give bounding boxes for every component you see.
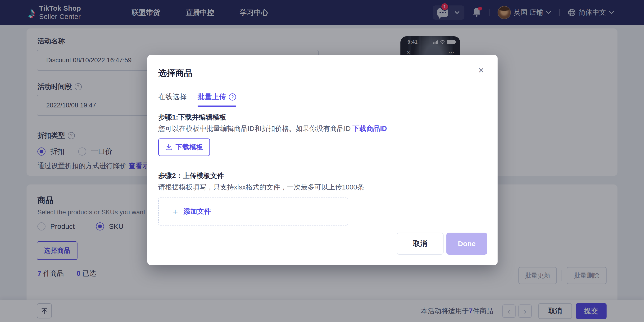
step1-desc-text: 您可以在模板中批量编辑商品ID和折扣价格。如果你没有商品ID bbox=[158, 125, 352, 132]
download-template-label: 下载模板 bbox=[176, 143, 203, 152]
modal-done-button[interactable]: Done bbox=[446, 233, 487, 255]
step2-title: 步骤2：上传模板文件 bbox=[158, 171, 224, 181]
tab-online-select[interactable]: 在线选择 bbox=[158, 92, 187, 106]
seller-center-screen: ♪ TikTok Shop Seller Center 联盟带货 直播中控 学习… bbox=[0, 0, 644, 322]
question-circle-icon[interactable]: ? bbox=[229, 93, 236, 101]
plus-icon: ＋ bbox=[170, 207, 180, 216]
add-file-label: 添加文件 bbox=[184, 207, 211, 216]
modal-cancel-button[interactable]: 取消 bbox=[397, 233, 444, 255]
tab-batch-upload[interactable]: 批量上传 ? bbox=[198, 92, 236, 107]
add-file-dropzone[interactable]: ＋ 添加文件 bbox=[158, 197, 348, 225]
close-icon[interactable]: × bbox=[478, 66, 484, 75]
step1-desc: 您可以在模板中批量编辑商品ID和折扣价格。如果你没有商品ID 下载商品ID bbox=[158, 124, 387, 134]
step1-title: 步骤1:下载并编辑模板 bbox=[158, 113, 226, 122]
download-template-button[interactable]: 下载模板 bbox=[158, 138, 210, 156]
modal-tabs: 在线选择 批量上传 ? bbox=[158, 92, 236, 107]
step2-desc: 请根据模板填写，只支持xlsx格式的文件，一次最多可以上传1000条 bbox=[158, 183, 364, 192]
download-icon bbox=[165, 144, 172, 151]
tab-batch-label: 批量上传 bbox=[198, 92, 226, 102]
modal-title: 选择商品 bbox=[158, 67, 192, 79]
download-product-id-link[interactable]: 下载商品ID bbox=[352, 125, 387, 132]
tab-online-label: 在线选择 bbox=[158, 92, 187, 102]
select-products-modal: × 选择商品 在线选择 批量上传 ? 步骤1:下载并编辑模板 您可以在模板中批量… bbox=[148, 55, 498, 265]
